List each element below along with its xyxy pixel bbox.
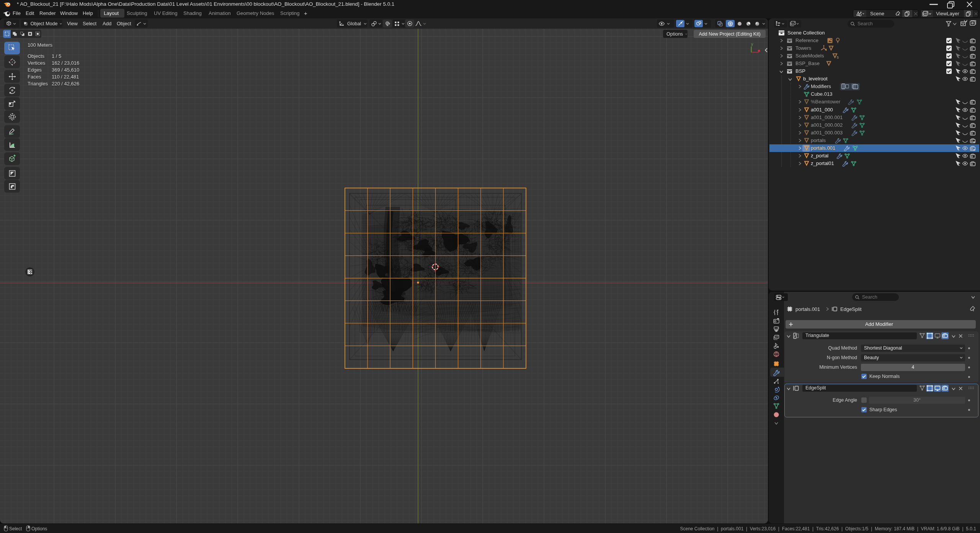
svg-text:y: y [751,42,753,46]
